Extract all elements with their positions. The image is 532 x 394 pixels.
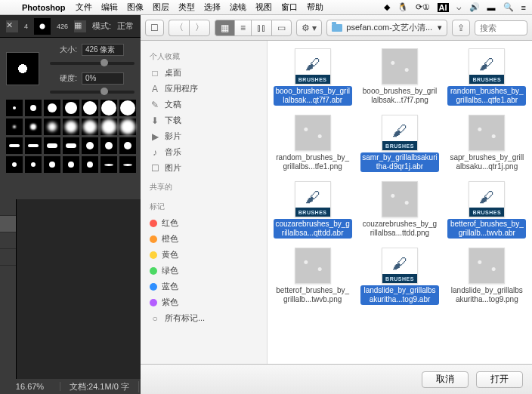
share-button[interactable]: ⇪ [452,20,470,36]
mode-value[interactable]: 正常 [117,20,134,32]
sidebar-tag[interactable]: 黄色 [141,247,267,263]
file-item[interactable]: 🖌BRUSHESbooo_brushes_by_grillalbsak...qt… [274,48,352,106]
size-slider[interactable] [50,62,135,65]
menu-filter[interactable]: 滤镜 [230,2,246,13]
sidebar-item[interactable]: ✎文稿 [141,97,267,112]
doc-size[interactable]: 文档:24.1M/0 字 [60,381,139,392]
hardness-slider[interactable] [50,91,135,94]
sidebar-item[interactable]: ⬇下载 [141,112,267,128]
menu-layer[interactable]: 图层 [153,2,169,13]
sidebar-tag[interactable]: 红色 [141,215,267,231]
open-button[interactable]: 打开 [476,371,523,388]
cc-icon[interactable]: ◆ [384,2,390,12]
updates-icon[interactable]: ⟳① [416,2,430,12]
menu-type[interactable]: 类型 [178,2,195,13]
menu-window[interactable]: 窗口 [281,2,298,13]
macos-menubar: Photoshop 文件 编辑 图像 图层 类型 选择 滤镜 视图 窗口 帮助 … [0,0,532,15]
menubar-right: ◆ 🐧 ⟳① AI ⌵ 🔊 ▬ 🔍 ≡ [384,2,526,12]
file-name: landslide_by_grillalbsakuritha...tog9.pn… [447,285,526,305]
sidebar-item[interactable]: A应用程序 [141,81,267,97]
column-view-button[interactable]: ⫿⫿ [251,20,271,36]
brush-preset-grid[interactable] [6,100,135,173]
sidebar-item[interactable]: □桌面 [141,65,267,81]
file-item[interactable]: 🖌BRUSHESsamr_by_grillalbsakuritha-d9qr1j… [360,115,439,172]
file-name: couzarebrushes_by_grillalbsa...ttdd.png [360,219,439,239]
sidebar-label: 桌面 [165,67,181,78]
brush-icon: 🖌 [389,253,410,274]
tool-sidebar[interactable] [0,199,17,379]
file-item[interactable]: booo_brushes_by_grillalbsak...t7f7.png [360,48,439,106]
sidebar-item[interactable]: ☐图片 [141,160,267,176]
sidebar-tag[interactable]: 紫色 [141,294,267,310]
icon-view-button[interactable]: ▦ [215,20,234,36]
brushes-tag: BRUSHES [295,75,330,84]
image-thumb [382,48,418,85]
menu-select[interactable]: 选择 [204,2,221,13]
cancel-button[interactable]: 取消 [422,371,469,388]
back-button[interactable]: 〈 [169,20,189,36]
cover-view-button[interactable]: ▭ [271,20,292,36]
spotlight-icon[interactable]: 🔍 [503,2,514,12]
sidebar-tag[interactable]: 绿色 [141,263,267,279]
sidebar-tag[interactable]: 蓝色 [141,279,267,294]
penguin-icon[interactable]: 🐧 [397,2,408,12]
hardness-label: 硬度: [50,73,77,84]
wifi-icon[interactable]: ⌵ [456,2,462,12]
file-item[interactable]: couzarebrushes_by_grillalbsa...ttdd.png [360,181,439,239]
zoom-level[interactable]: 16.67% [0,382,60,391]
path-dropdown[interactable]: psefan.com-文艺小清...▾ [326,20,447,36]
brush-tool-icon[interactable]: ✕ [6,20,18,32]
sidebar-toggle-icon[interactable]: ☐ [145,20,164,36]
sidebar-item[interactable]: ▶影片 [141,128,267,144]
size-value[interactable]: 426 像素 [82,44,124,56]
search-input[interactable] [475,20,527,35]
menu-edit[interactable]: 编辑 [101,2,118,13]
brushes-thumb: 🖌BRUSHES [382,115,418,151]
brush-panel-icon[interactable]: ▦ [74,20,86,32]
brush-preset-icon[interactable] [34,18,51,35]
brushes-tag: BRUSHES [469,75,504,84]
brushes-thumb: 🖌BRUSHES [295,48,331,85]
section-tags: 标记 [141,199,267,215]
file-item[interactable]: landslide_by_grillalbsakuritha...tog9.pn… [447,248,526,305]
tag-dot-icon [150,283,157,291]
file-name: booo_brushes_by_grillalbsak...t7f7.png [360,86,439,106]
file-name: random_brushes_by_grillalbs...tfe1.png [274,152,352,172]
volume-icon[interactable]: 🔊 [469,2,480,12]
file-item[interactable]: sapr_brushes_by_grillalbsaku...qtr1j.png [447,115,526,172]
battery-icon[interactable]: ▬ [487,3,496,12]
file-grid-area[interactable]: 🖌BRUSHESbooo_brushes_by_grillalbsak...qt… [268,41,532,364]
menu-file[interactable]: 文件 [76,2,92,13]
sidebar-label: 文稿 [165,99,181,110]
file-item[interactable]: 🖌BRUSHESbetterof_brushes_by_grillalb...t… [447,181,526,239]
file-item[interactable]: betterof_brushes_by_grillalb...twvb.png [274,248,352,305]
file-name: betterof_brushes_by_grillalb...twvb.abr [447,219,526,239]
arrange-button[interactable]: ⚙ ▾ [296,20,322,36]
notif-icon[interactable]: ≡ [521,3,526,12]
section-favorites: 个人收藏 [141,48,267,65]
sidebar-all-tags[interactable]: ○所有标记... [141,310,267,326]
brush-icon: 🖌 [302,186,323,208]
sidebar-tag[interactable]: 橙色 [141,231,267,247]
file-item[interactable]: random_brushes_by_grillalbs...tfe1.png [274,115,352,172]
image-thumb [295,248,331,284]
forward-button[interactable]: 〉 [189,20,210,36]
brush-angle-preview[interactable] [6,52,39,85]
file-item[interactable]: 🖌BRUSHESlandslide_by_grillalbsakuritha..… [360,248,439,305]
app-name[interactable]: Photoshop [22,3,65,12]
list-view-button[interactable]: ≡ [234,20,251,36]
all-tags-icon: ○ [150,313,160,324]
file-item[interactable]: 🖌BRUSHEScouzarebrushes_by_grillalbsa...q… [274,181,352,239]
file-item[interactable]: 🖌BRUSHESrandom_brushes_by_grillalbs...qt… [447,48,526,106]
sidebar-icon: ▶ [150,131,160,142]
menu-image[interactable]: 图像 [127,2,144,13]
menu-view[interactable]: 视图 [255,2,272,13]
file-name: couzarebrushes_by_grillalbsa...qttdd.abr [274,219,352,239]
ai-icon[interactable]: AI [438,3,449,12]
sidebar-item[interactable]: ♪音乐 [141,144,267,160]
menu-help[interactable]: 帮助 [307,2,323,13]
dialog-footer: 取消 打开 [141,364,532,394]
hardness-value[interactable]: 0% [82,72,124,85]
sidebar-label: 音乐 [165,146,181,158]
search-box[interactable] [475,20,527,35]
